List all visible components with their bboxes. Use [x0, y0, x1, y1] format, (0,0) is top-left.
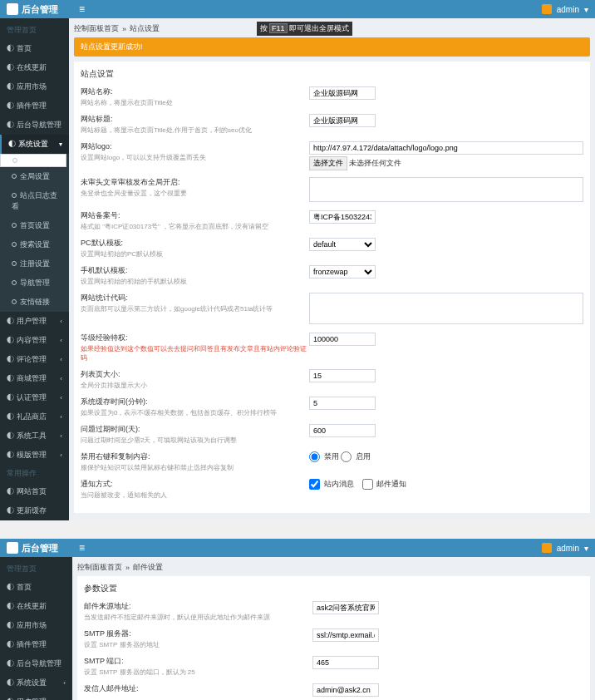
sidebar-item-user[interactable]: ◐ 用户管理‹ [0, 312, 69, 331]
field-row: SMTP 服务器:设置 SMTP 服务器的地址 [84, 629, 583, 649]
settings-card: 站点设置 网站名称:网站名称，将显示在页面Title处网站标题:网站标题，将显示… [74, 62, 590, 513]
field-label: 禁用右键和复制内容: [81, 451, 309, 462]
admin-area: admin ▾ [542, 4, 588, 14]
crumb-home[interactable]: 控制面板首页 [77, 562, 122, 573]
mail-settings-card: 参数设置 邮件来源地址:当发送邮件不指定邮件来源时，默认使用该此地址作为邮件来源… [77, 576, 590, 700]
field-input[interactable] [309, 333, 376, 346]
field-hint: 当问题被改变，通知相关的人 [81, 490, 309, 500]
radio-option[interactable] [341, 451, 352, 462]
field-input[interactable] [309, 141, 583, 155]
brand-logo[interactable]: 后台管理 [7, 542, 58, 555]
file-button[interactable]: 选择文件 [309, 156, 347, 170]
file-status: 未选择任何文件 [349, 159, 401, 167]
bell-icon[interactable] [542, 4, 552, 14]
sidebar-sub-link[interactable]: 友情链接 [0, 293, 69, 312]
sidebar-sub-nav[interactable]: 导航管理 [0, 274, 69, 293]
field-label: 网站logo: [81, 141, 309, 152]
admin-name[interactable]: admin [557, 5, 579, 14]
sidebar: 管理首页 ◐ 首页 ◐ 在线更新 ◐ 应用市场 ◐ 插件管理 ◐ 后台导航管理 … [0, 557, 72, 700]
sidebar-item-cache[interactable]: ◐ 更新缓存 [0, 501, 69, 520]
checkbox-option[interactable] [309, 479, 320, 490]
field-select[interactable]: default [309, 238, 376, 251]
chevron-down-icon[interactable]: ▾ [584, 5, 588, 14]
sidebar-section-header2: 常用操作 [0, 465, 69, 482]
sidebar-item-cert[interactable]: ◐ 认证管理‹ [0, 388, 69, 407]
section-heading: 站点设置 [81, 68, 583, 80]
field-label: 手机默认模板: [81, 265, 309, 276]
field-hint: 设置网站logo，可以以支持升级覆盖而丢失 [81, 153, 309, 162]
sidebar-item-market[interactable]: ◐ 应用市场 [0, 616, 72, 635]
sidebar-item-backnav[interactable]: ◐ 后台导航管理 [0, 654, 72, 673]
chevron-down-icon[interactable]: ▾ [584, 544, 588, 553]
field-input[interactable] [312, 629, 379, 642]
sidebar-item-mall[interactable]: ◐ 商城管理‹ [0, 369, 69, 388]
field-textarea[interactable] [309, 177, 583, 202]
field-input[interactable] [312, 683, 379, 697]
sidebar-item-home[interactable]: ◐ 首页 [0, 39, 69, 58]
sidebar-item-market[interactable]: ◐ 应用市场 [0, 77, 69, 96]
field-row: 通知方式:当问题被改变，通知相关的人 站内消息 邮件通知 [81, 479, 583, 500]
field-label: 未审头文章审核发布全局开启: [81, 177, 309, 188]
success-alert: 站点设置更新成功! [74, 37, 590, 57]
hamburger-icon[interactable]: ≡ [79, 542, 85, 554]
hamburger-icon[interactable]: ≡ [79, 3, 85, 15]
field-select[interactable]: fronzewap [309, 265, 376, 279]
sidebar-item-backnav[interactable]: ◐ 后台导航管理 [0, 116, 69, 135]
sidebar-item-tpl[interactable]: ◐ 模版管理‹ [0, 446, 69, 465]
sidebar-item-gift[interactable]: ◐ 礼品商店‹ [0, 407, 69, 426]
sidebar-sub-global[interactable]: 全局设置 [0, 167, 69, 186]
field-label: 邮件来源地址: [84, 601, 312, 612]
field-hint: 设置 SMTP 服务器的地址 [84, 640, 312, 649]
screenshot-bottom: 后台管理 ≡ admin ▾ 管理首页 ◐ 首页 ◐ 在线更新 ◐ 应用市场 ◐… [0, 539, 595, 700]
sidebar-item-plugin[interactable]: ◐ 插件管理 [0, 635, 72, 654]
sidebar-item-comment[interactable]: ◐ 评论管理‹ [0, 350, 69, 369]
sidebar-item-plugin[interactable]: ◐ 插件管理 [0, 96, 69, 116]
field-input[interactable] [309, 424, 376, 437]
sidebar-section-header: 管理首页 [0, 560, 72, 578]
field-row: 网站标题:网站标题，将显示在页面Title处,作用于首页，利的seo优化 [81, 114, 583, 135]
admin-name[interactable]: admin [557, 544, 579, 553]
field-textarea[interactable] [309, 293, 583, 324]
sidebar-sub-home[interactable]: 首页设置 [0, 216, 69, 235]
sidebar-item-home[interactable]: ◐ 首页 [0, 578, 72, 597]
sidebar-item-content[interactable]: ◐ 内容管理‹ [0, 331, 69, 350]
field-hint: 当发送邮件不指定邮件来源时，默认使用该此地址作为邮件来源 [84, 613, 312, 622]
field-input[interactable] [309, 86, 376, 100]
sidebar-sub-log[interactable]: 站点日志查看 [0, 186, 69, 216]
radio-option[interactable] [309, 451, 320, 462]
sidebar-item-update[interactable]: ◐ 在线更新 [0, 58, 69, 77]
sidebar-item-sitehome[interactable]: ◐ 网站首页 [0, 482, 69, 501]
field-label: 通知方式: [81, 479, 309, 490]
field-label: 网站统计代码: [81, 293, 309, 303]
sidebar-item-system[interactable]: ◐ 系统设置‹ [0, 673, 72, 693]
logo-icon [7, 542, 18, 554]
crumb-home[interactable]: 控制面板首页 [74, 23, 119, 34]
field-input[interactable] [309, 397, 376, 410]
field-input[interactable] [309, 369, 376, 382]
chevron-down-icon: ▾ [59, 140, 62, 148]
sidebar-submenu-system: 站点设置 全局设置 站点日志查看 首页设置 搜索设置 注册设置 导航管理 友情链… [0, 154, 69, 312]
brand-logo[interactable]: 后台管理 [7, 3, 58, 16]
admin-area: admin ▾ [542, 543, 588, 553]
field-input[interactable] [309, 210, 376, 224]
f11-tooltip: 按F11即可退出全屏模式 [257, 22, 352, 36]
sidebar-item-system[interactable]: ◐ 系统设置▾ [0, 135, 69, 154]
brand-text: 后台管理 [22, 542, 58, 555]
sidebar-item-user[interactable]: ◐ 用户管理‹ [0, 693, 72, 700]
bell-icon[interactable] [542, 543, 552, 553]
sidebar-item-tools[interactable]: ◐ 系统工具‹ [0, 426, 69, 446]
field-input[interactable] [309, 114, 376, 127]
sidebar-sub-site[interactable]: 站点设置 [0, 154, 66, 167]
sidebar-sub-reg[interactable]: 注册设置 [0, 254, 69, 274]
field-hint: 全局分页排版显示大小 [81, 381, 309, 390]
field-hint: 设置网站初始的PC默认模板 [81, 249, 309, 259]
field-hint: 设置网站初始的初始的手机默认模板 [81, 277, 309, 286]
crumb-current: 站点设置 [130, 23, 160, 34]
sidebar-sub-search[interactable]: 搜索设置 [0, 235, 69, 254]
field-input[interactable] [312, 601, 379, 614]
field-row: 发信人邮件地址: [84, 683, 583, 697]
checkbox-option[interactable] [362, 479, 373, 490]
field-hint: 格式如 "粤ICP证030173号" ，它将显示在页面底部，没有请留空 [81, 222, 309, 231]
sidebar-item-update[interactable]: ◐ 在线更新 [0, 597, 72, 616]
field-input[interactable] [312, 656, 379, 669]
